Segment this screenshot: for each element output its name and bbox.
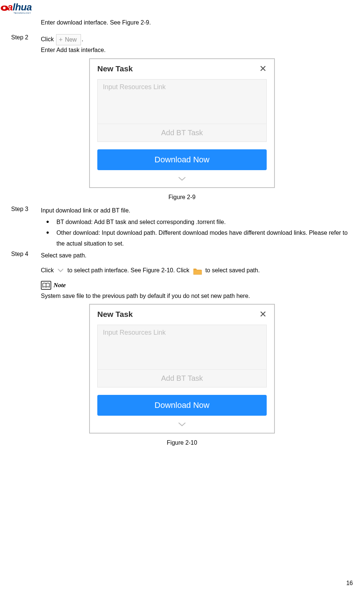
new-button-inline[interactable]: + New <box>56 34 81 45</box>
new-task-dialog-fig29: New Task ✕ Input Resources Link Add BT T… <box>89 58 275 188</box>
dialog-title-2: New Task <box>97 310 133 319</box>
step3-bullet-2: Other download: Input download path. Dif… <box>41 228 353 249</box>
step3-bullet-1: BT download: Add BT task and select corr… <box>41 217 353 228</box>
folder-icon[interactable] <box>193 267 201 274</box>
logo-text-a: a <box>7 1 13 13</box>
resource-link-placeholder: Input Resources Link <box>103 83 166 91</box>
note-text-body: System save file to the previous path by… <box>41 291 353 301</box>
new-button-label: New <box>65 35 77 45</box>
step4-label: Step 4 <box>11 251 41 257</box>
figure-2-9-caption: Figure 2-9 <box>11 194 353 201</box>
resource-link-input-2[interactable]: Input Resources Link <box>97 325 267 369</box>
step2-click-pre: Click <box>41 36 54 43</box>
plus-icon: + <box>59 36 63 43</box>
step3-label: Step 3 <box>11 206 41 212</box>
resource-link-input[interactable]: Input Resources Link <box>97 79 267 124</box>
dialog-title: New Task <box>97 64 133 73</box>
step2-label: Step 2 <box>11 34 41 41</box>
close-icon[interactable]: ✕ <box>259 64 267 73</box>
add-bt-task-button[interactable]: Add BT Task <box>97 124 267 142</box>
logo-subtext: TECHNOLOGY <box>1 12 32 14</box>
note-book-icon <box>41 281 51 290</box>
expand-chevron[interactable] <box>97 174 267 184</box>
inline-chevron-down-icon[interactable] <box>57 266 64 276</box>
step4-click-post: to select saved path. <box>205 267 260 273</box>
resource-link-placeholder-2: Input Resources Link <box>103 329 166 336</box>
logo-text-rest: lhua <box>13 1 32 13</box>
step2-click-post: . <box>82 36 83 43</box>
new-task-dialog-fig210: New Task ✕ Input Resources Link Add BT T… <box>89 304 275 434</box>
intro-text: Enter download interface. See Figure 2-9… <box>41 18 353 27</box>
figure-2-10-caption: Figure 2-10 <box>11 439 353 446</box>
step2-line2: Enter Add task interface. <box>41 45 353 55</box>
chevron-down-icon-2 <box>178 422 186 427</box>
brand-logo: alhua TECHNOLOGY <box>1 1 32 14</box>
step3-line: Input download link or add BT file. <box>41 207 130 214</box>
step4-click-pre: Click <box>41 267 54 273</box>
download-now-button[interactable]: Download Now <box>97 149 267 170</box>
close-icon-2[interactable]: ✕ <box>259 310 267 319</box>
step3-bullets: BT download: Add BT task and select corr… <box>41 217 353 249</box>
step4-line: Select save path. <box>41 252 87 259</box>
logo-eye-icon <box>1 6 8 11</box>
add-bt-task-button-2[interactable]: Add BT Task <box>97 369 267 387</box>
page-number: 16 <box>346 580 353 587</box>
expand-chevron-2[interactable] <box>97 419 267 430</box>
note-label: Note <box>53 280 66 290</box>
download-now-button-2[interactable]: Download Now <box>97 395 267 416</box>
step4-click-mid: to select path interface. See Figure 2-1… <box>68 267 191 273</box>
chevron-down-icon <box>178 176 186 181</box>
